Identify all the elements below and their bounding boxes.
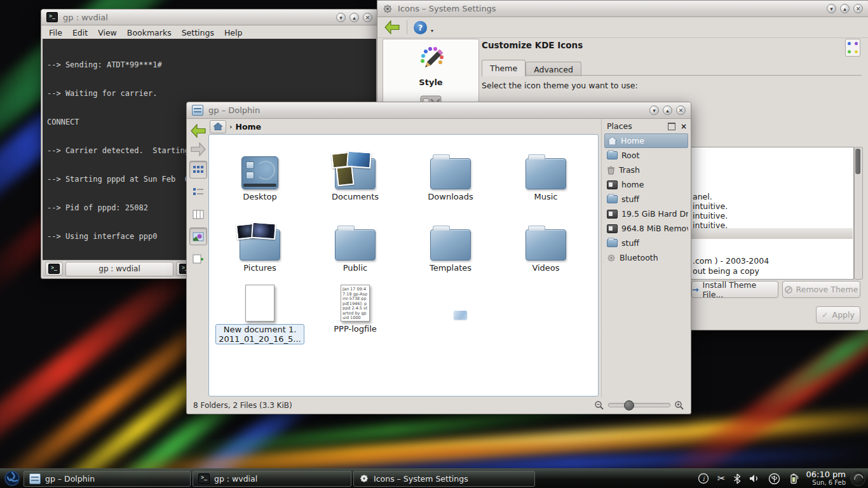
folder-view[interactable]: Desktop Documents Downloads Music xyxy=(208,134,599,396)
close-panel-icon[interactable]: × xyxy=(681,122,687,131)
klipper-tray-icon[interactable]: ✂ xyxy=(717,473,726,484)
places-item-removable[interactable]: 964.8 MiB Remov... xyxy=(604,221,688,236)
device-notifier-tray-icon[interactable] xyxy=(768,473,780,485)
menu-bookmarks[interactable]: Bookmarks xyxy=(127,28,172,37)
folder-item-videos[interactable]: Videos xyxy=(498,215,593,273)
apply-button[interactable]: ✓ Apply xyxy=(816,306,860,323)
terminal-icon: >_ xyxy=(48,264,60,274)
places-item-trash[interactable]: Trash xyxy=(604,163,688,177)
scrollbar-handle[interactable] xyxy=(855,149,860,174)
columns-view-button[interactable] xyxy=(189,205,207,223)
tab-advanced[interactable]: Advanced xyxy=(526,62,581,76)
drive-icon xyxy=(607,210,618,219)
places-item-bluetooth[interactable]: Bluetooth xyxy=(604,250,688,265)
terminal-line: --> Waiting for carrier. xyxy=(47,89,372,98)
maximize-button[interactable]: ▴ xyxy=(840,4,850,13)
scrollbar[interactable] xyxy=(854,147,863,280)
dot xyxy=(848,42,851,45)
terminal-line: --> Sending: ATDT*99***1# xyxy=(47,60,372,70)
places-item-stuff-2[interactable]: stuff xyxy=(604,236,688,250)
menu-view[interactable]: View xyxy=(98,28,117,37)
minimize-button[interactable]: ▾ xyxy=(827,4,836,13)
maximize-button[interactable]: ▴ xyxy=(349,13,359,22)
zoom-slider[interactable] xyxy=(608,403,670,407)
maximize-button[interactable]: ▴ xyxy=(663,105,672,115)
tab-theme[interactable]: Theme xyxy=(482,60,526,76)
help-button[interactable]: ? xyxy=(414,21,427,34)
install-theme-button[interactable]: → Install Theme File... xyxy=(691,281,778,298)
icons-view-button[interactable] xyxy=(189,161,207,179)
preview-button[interactable] xyxy=(189,227,207,245)
no-sign-icon xyxy=(785,286,792,294)
zoom-slider-handle[interactable] xyxy=(624,400,634,410)
chevron-down-icon: ▾ xyxy=(431,28,433,34)
file-item-ppp-logfile[interactable]: Jan 17 09:47:18 gp-Aspire-5738 pppd[1946… xyxy=(308,276,403,344)
forward-button[interactable] xyxy=(190,142,207,156)
columns-view-icon xyxy=(193,210,204,219)
menu-edit[interactable]: Edit xyxy=(72,28,88,37)
remove-theme-button[interactable]: Remove Theme xyxy=(782,281,860,298)
folder-item-public[interactable]: Public xyxy=(308,215,403,273)
breadcrumb-current[interactable]: Home xyxy=(236,122,262,132)
breadcrumb-home-button[interactable] xyxy=(210,120,226,133)
bluetooth-tray-icon[interactable] xyxy=(733,473,741,484)
places-item-root[interactable]: Root xyxy=(604,148,688,163)
menu-file[interactable]: File xyxy=(49,28,62,37)
back-button[interactable] xyxy=(384,20,400,34)
minimize-button[interactable]: ▾ xyxy=(336,13,346,22)
app-launcher-button[interactable] xyxy=(3,470,22,487)
dolphin-toolbar xyxy=(188,119,208,398)
clock[interactable]: 06:10 pm Sun, 6 Feb xyxy=(806,470,848,487)
gear-icon xyxy=(359,473,369,484)
zoom-in-icon[interactable] xyxy=(674,400,684,410)
new-tab-button[interactable]: >_ xyxy=(45,262,63,276)
taskbar-task-wvdial[interactable]: >_ gp : wvdial xyxy=(193,471,351,487)
style-icon xyxy=(416,46,445,72)
logfile-icon: Jan 17 09:47:18 gp-Aspire-5738 pppd[1946… xyxy=(341,285,370,322)
places-panel: Places × Home Root Trash xyxy=(601,119,689,398)
taskbar-task-dolphin[interactable]: gp – Dolphin xyxy=(24,471,191,487)
icon-view-widget[interactable] xyxy=(845,39,860,57)
file-item-new-document[interactable]: New document 1. 2011_01_20_16_5... xyxy=(212,276,308,344)
places-label: stuff xyxy=(621,194,639,204)
places-item-stuff[interactable]: stuff xyxy=(604,192,688,207)
folder-item-documents[interactable]: Documents xyxy=(308,144,403,202)
taskbar-task-system-settings[interactable]: Icons – System Settings xyxy=(353,471,535,487)
konsole-icon: >_ xyxy=(46,12,58,22)
menu-help[interactable]: Help xyxy=(224,28,243,37)
close-button[interactable]: ✕ xyxy=(363,13,372,22)
places-item-hard-drive[interactable]: 19.5 GiB Hard Drive xyxy=(604,207,688,221)
places-item-home[interactable]: Home xyxy=(604,133,688,148)
arrow-right-icon: → xyxy=(692,285,698,294)
close-button[interactable]: ✕ xyxy=(853,4,863,13)
menu-settings[interactable]: Settings xyxy=(182,28,214,37)
back-button[interactable] xyxy=(190,124,207,138)
konsole-titlebar[interactable]: >_ gp : wvdial ▾ ▴ ✕ xyxy=(41,10,377,25)
system-settings-titlebar[interactable]: Icons – System Settings ▾ ▴ ✕ xyxy=(377,1,868,17)
split-view-button[interactable] xyxy=(189,250,207,268)
places-item-home-partition[interactable]: home xyxy=(604,177,688,192)
panel-toolbox-cashew[interactable] xyxy=(850,471,865,486)
desktop: >_ gp : wvdial ▾ ▴ ✕ File Edit View Book… xyxy=(0,0,868,488)
file-preview-text: Jan 17 09:47:18 gp-Aspire-5738 pppd[1946… xyxy=(341,285,369,320)
dolphin-titlebar[interactable]: gp – Dolphin ▾ ▴ ✕ xyxy=(187,102,691,119)
volume-tray-icon[interactable] xyxy=(749,473,760,484)
battery-tray-icon[interactable] xyxy=(789,473,799,484)
folder-label: Desktop xyxy=(240,192,280,201)
breadcrumb: › Home xyxy=(208,119,601,134)
folder-item-desktop[interactable]: Desktop xyxy=(212,144,308,202)
terminal-tab[interactable]: gp : wvdial xyxy=(65,262,173,276)
zoom-out-icon[interactable] xyxy=(594,400,604,410)
folder-item-music[interactable]: Music xyxy=(498,144,593,202)
folder-item-pictures[interactable]: Pictures xyxy=(212,215,308,273)
close-button[interactable]: ✕ xyxy=(676,105,686,115)
folder-item-templates[interactable]: Templates xyxy=(403,215,498,273)
info-tray-icon[interactable]: i xyxy=(698,473,709,484)
dolphin-window: gp – Dolphin ▾ ▴ ✕ xyxy=(186,102,691,414)
float-panel-icon[interactable] xyxy=(668,123,675,130)
minimize-button[interactable]: ▾ xyxy=(649,105,659,115)
clock-date: Sun, 6 Feb xyxy=(806,478,846,487)
details-view-button[interactable] xyxy=(189,183,207,201)
sidebar-item-style[interactable]: Style xyxy=(383,39,478,87)
folder-item-downloads[interactable]: Downloads xyxy=(403,144,498,202)
